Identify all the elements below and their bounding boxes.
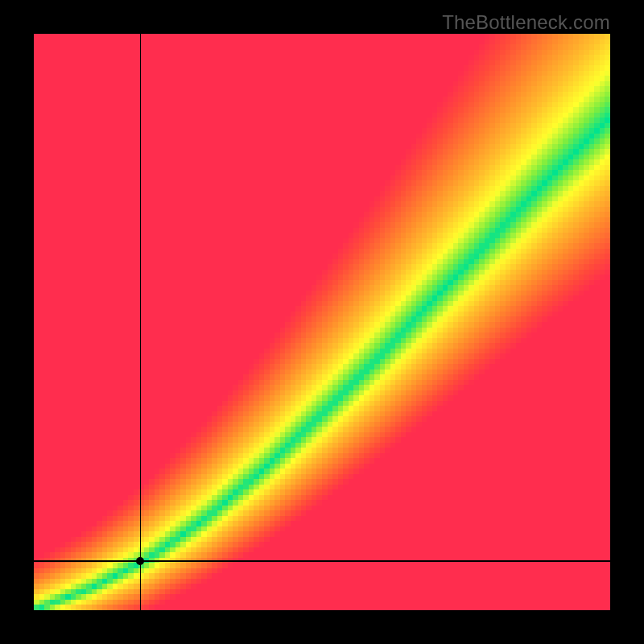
- selection-marker: [136, 557, 144, 565]
- heatmap-plot: [34, 34, 610, 610]
- watermark-text: TheBottleneck.com: [442, 11, 610, 34]
- crosshair-horizontal: [34, 560, 610, 562]
- chart-frame: TheBottleneck.com: [0, 0, 644, 644]
- crosshair-vertical: [140, 34, 142, 610]
- heatmap-canvas: [34, 34, 610, 610]
